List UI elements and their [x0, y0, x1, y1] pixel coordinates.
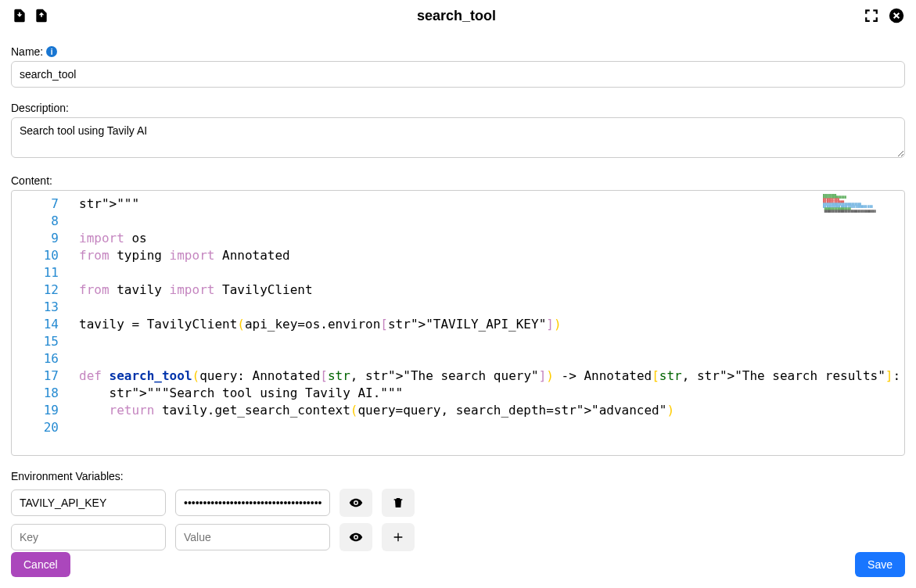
- import-icon[interactable]: [11, 7, 28, 24]
- code-line[interactable]: [79, 333, 904, 350]
- cancel-button[interactable]: Cancel: [11, 552, 70, 577]
- code-line[interactable]: from typing import Annotated: [79, 247, 904, 264]
- code-line[interactable]: str">"""Search tool using Tavily AI.""": [79, 385, 904, 402]
- code-line[interactable]: tavily = TavilyClient(api_key=os.environ…: [79, 316, 904, 333]
- code-line[interactable]: [79, 213, 904, 230]
- name-input[interactable]: [11, 61, 905, 88]
- env-row: [11, 489, 905, 517]
- toggle-visibility-button[interactable]: [339, 489, 372, 517]
- line-number: 19: [12, 402, 65, 419]
- code-line[interactable]: [79, 419, 904, 436]
- code-line[interactable]: import os: [79, 230, 904, 247]
- env-key-input[interactable]: [11, 489, 166, 516]
- line-number: 8: [12, 213, 65, 230]
- description-label: Description:: [11, 102, 905, 114]
- content-label: Content:: [11, 174, 905, 187]
- line-number: 18: [12, 385, 65, 402]
- dialog-header: search_tool: [0, 0, 916, 31]
- code-content[interactable]: str">""" import osfrom typing import Ann…: [65, 191, 904, 441]
- line-number: 12: [12, 281, 65, 299]
- info-icon[interactable]: i: [46, 46, 57, 57]
- code-line[interactable]: [79, 299, 904, 316]
- code-gutter: 7891011121314151617181920: [12, 191, 65, 455]
- line-number: 17: [12, 368, 65, 385]
- line-number: 10: [12, 247, 65, 264]
- line-number: 16: [12, 350, 65, 368]
- code-line[interactable]: from tavily import TavilyClient: [79, 281, 904, 299]
- delete-env-button[interactable]: [382, 489, 415, 517]
- line-number: 11: [12, 264, 65, 281]
- line-number: 9: [12, 230, 65, 247]
- code-line[interactable]: str">""": [79, 195, 904, 213]
- env-value-input[interactable]: [175, 489, 330, 516]
- line-number: 15: [12, 333, 65, 350]
- export-icon[interactable]: [33, 7, 50, 24]
- dialog-title: search_tool: [50, 8, 863, 24]
- code-line[interactable]: [79, 264, 904, 281]
- close-icon[interactable]: [888, 7, 905, 24]
- code-editor[interactable]: 7891011121314151617181920 str">""" impor…: [11, 190, 905, 456]
- env-label: Environment Variables:: [11, 470, 905, 482]
- description-input[interactable]: Search tool using Tavily AI: [11, 117, 905, 158]
- code-line[interactable]: [79, 350, 904, 368]
- dialog-footer: Cancel Save: [0, 544, 916, 588]
- name-label: Name: i: [11, 45, 905, 58]
- line-number: 14: [12, 316, 65, 333]
- line-number: 13: [12, 299, 65, 316]
- minimap[interactable]: ████████ ██████████████ ██ ████ ███ ██ █…: [823, 194, 901, 225]
- code-line[interactable]: def search_tool(query: Annotated[str, st…: [79, 368, 904, 385]
- line-number: 7: [12, 195, 65, 213]
- code-line[interactable]: return tavily.get_search_context(query=q…: [79, 402, 904, 419]
- save-button[interactable]: Save: [855, 552, 905, 577]
- fullscreen-icon[interactable]: [863, 7, 880, 24]
- line-number: 20: [12, 419, 65, 436]
